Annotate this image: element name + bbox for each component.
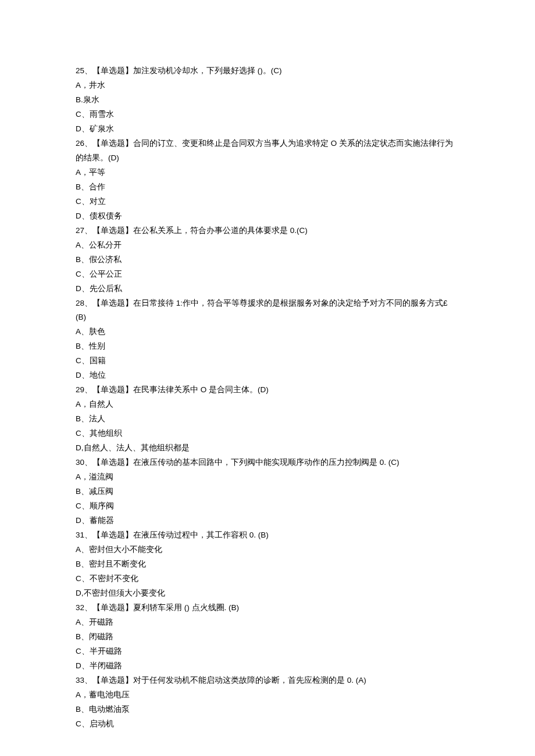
question-option: B、法人 <box>76 412 459 427</box>
question-stem: 31、【单选题】在液压传动过程中，其工作容积 0. (B) <box>76 528 459 543</box>
question-option: D、地位 <box>76 368 459 383</box>
question-option: C、不密封不变化 <box>76 572 459 586</box>
question-option: B、电动燃油泵 <box>76 703 459 717</box>
question-option: B、减压阀 <box>76 485 459 499</box>
question-stem: 33、【单选题】对于任何发动机不能启动这类故障的诊断，首先应检测的是 0. (A… <box>76 673 459 688</box>
question-option: C、公平公正 <box>76 267 459 282</box>
question-option: B、密封且不断变化 <box>76 557 459 572</box>
question-option: A、开磁路 <box>76 615 459 630</box>
question-option: D、先公后私 <box>76 282 459 296</box>
question-option: D、债权债务 <box>76 209 459 224</box>
questions-container: 25、【单选题】加注发动机冷却水，下列最好选择 ()。(C)A，井水B.泉水C、… <box>76 64 459 732</box>
question-option: C、对立 <box>76 195 459 209</box>
question-stem: 30、【单选题】在液压传动的基本回路中，下列阀中能实现顺序动作的压力控制阀是 0… <box>76 456 459 470</box>
question-stem: 25、【单选题】加注发动机冷却水，下列最好选择 ()。(C) <box>76 64 459 78</box>
question-option: A，蓄电池电压 <box>76 688 459 703</box>
question-option: C、雨雪水 <box>76 108 459 122</box>
document-page: 25、【单选题】加注发动机冷却水，下列最好选择 ()。(C)A，井水B.泉水C、… <box>0 0 535 756</box>
question-stem: 26、【单选题】合同的订立、变更和终止是合同双方当事人为追求特定 O 关系的法定… <box>76 137 459 166</box>
question-option: A，平等 <box>76 166 459 180</box>
question-stem: 28、【单选题】在日常接待 1:作中，符合平等尊援求的是根据服务对象的决定给予对… <box>76 296 459 325</box>
question-option: B.泉水 <box>76 93 459 108</box>
question-option: C、启动机 <box>76 717 459 732</box>
question-option: A，自然人 <box>76 397 459 412</box>
question-option: D,自然人、法人、其他组织都是 <box>76 441 459 456</box>
question-option: D、蓄能器 <box>76 514 459 528</box>
question-option: B、假公济私 <box>76 253 459 267</box>
question-option: B、性别 <box>76 339 459 354</box>
question-option: C、顺序阀 <box>76 499 459 514</box>
question-option: C、国籍 <box>76 354 459 368</box>
question-option: A，井水 <box>76 78 459 93</box>
question-option: C、其他组织 <box>76 427 459 441</box>
question-option: D、矿泉水 <box>76 122 459 137</box>
question-option: A、密封但大小不能变化 <box>76 543 459 557</box>
question-option: D,不密封但须大小要变化 <box>76 586 459 601</box>
question-option: B、合作 <box>76 180 459 195</box>
question-option: A、公私分开 <box>76 238 459 253</box>
question-option: A，溢流阀 <box>76 470 459 485</box>
question-option: C、半开磁路 <box>76 644 459 659</box>
question-stem: 29、【单选题】在民事法律关系中 O 是合同主体。(D) <box>76 383 459 397</box>
question-option: D、半闭磁路 <box>76 659 459 673</box>
question-stem: 32、【单选题】夏利轿车采用 () 点火线圈. (B) <box>76 601 459 615</box>
question-stem: 27、【单选题】在公私关系上，符合办事公道的具体要求是 0.(C) <box>76 224 459 238</box>
question-option: A、肤色 <box>76 325 459 339</box>
question-option: B、闭磁路 <box>76 630 459 644</box>
